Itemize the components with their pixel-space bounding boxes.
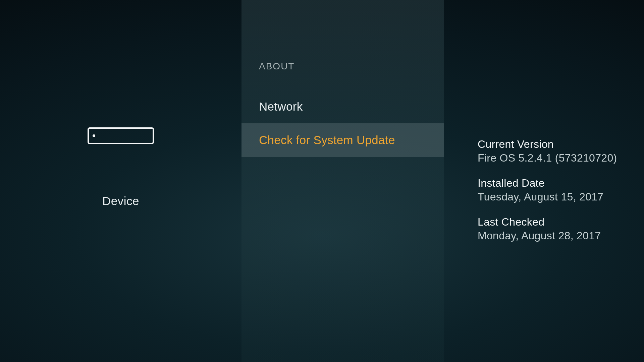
center-panel: ABOUT Network Check for System Update (241, 0, 444, 362)
info-last-checked: Last Checked Monday, August 28, 2017 (478, 216, 624, 242)
device-box-icon (88, 127, 154, 144)
menu-item-network[interactable]: Network (241, 90, 444, 123)
last-checked-value: Monday, August 28, 2017 (478, 230, 624, 242)
current-version-title: Current Version (478, 138, 624, 150)
info-installed-date: Installed Date Tuesday, August 15, 2017 (478, 177, 624, 203)
installed-date-value: Tuesday, August 15, 2017 (478, 191, 624, 203)
device-label: Device (102, 194, 139, 208)
current-version-value: Fire OS 5.2.4.1 (573210720) (478, 152, 624, 164)
right-panel: Current Version Fire OS 5.2.4.1 (5732107… (444, 0, 644, 362)
left-panel: Device (0, 0, 241, 362)
info-current-version: Current Version Fire OS 5.2.4.1 (5732107… (478, 138, 624, 164)
menu-item-check-for-update[interactable]: Check for System Update (241, 123, 444, 157)
section-about-label: ABOUT (241, 61, 444, 90)
device-icon-wrap: Device (88, 127, 154, 208)
installed-date-title: Installed Date (478, 177, 624, 189)
last-checked-title: Last Checked (478, 216, 624, 228)
